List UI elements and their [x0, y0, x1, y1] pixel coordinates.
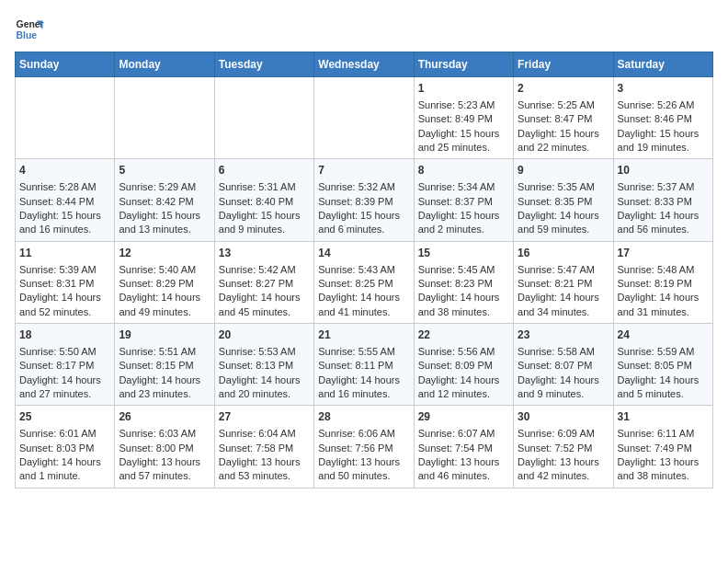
cell-text: Daylight: 15 hours: [418, 127, 509, 141]
cell-text: and 49 minutes.: [119, 305, 210, 319]
cell-text: Daylight: 14 hours: [518, 373, 609, 387]
cell-text: Sunset: 8:23 PM: [418, 277, 509, 291]
cell-text: Daylight: 15 hours: [119, 209, 210, 223]
week-row-2: 4Sunrise: 5:28 AMSunset: 8:44 PMDaylight…: [16, 159, 713, 241]
calendar-cell: 6Sunrise: 5:31 AMSunset: 8:40 PMDaylight…: [214, 159, 313, 241]
cell-text: Daylight: 15 hours: [19, 209, 110, 223]
cell-text: Sunrise: 6:06 AM: [318, 427, 409, 441]
day-number: 8: [418, 163, 509, 178]
day-number: 27: [219, 409, 310, 425]
cell-text: Sunrise: 6:07 AM: [418, 427, 509, 441]
cell-text: Sunset: 8:27 PM: [219, 277, 310, 291]
cell-text: and 57 minutes.: [119, 469, 210, 483]
cell-text: Daylight: 14 hours: [418, 373, 509, 387]
cell-text: Sunrise: 5:29 AM: [119, 180, 210, 194]
cell-text: Sunrise: 5:58 AM: [518, 345, 609, 359]
cell-text: Sunrise: 6:04 AM: [219, 427, 310, 441]
cell-text: Sunset: 8:17 PM: [19, 359, 110, 373]
cell-text: Daylight: 15 hours: [518, 127, 609, 141]
day-number: 19: [119, 327, 210, 343]
cell-text: Daylight: 14 hours: [19, 455, 110, 469]
calendar-cell: 14Sunrise: 5:43 AMSunset: 8:25 PMDayligh…: [314, 241, 414, 323]
day-number: 11: [19, 246, 110, 261]
cell-text: Daylight: 14 hours: [618, 373, 709, 387]
cell-text: and 59 minutes.: [518, 223, 609, 236]
cell-text: and 13 minutes.: [119, 223, 210, 236]
cell-text: Sunset: 7:49 PM: [618, 442, 709, 455]
cell-text: Sunrise: 5:51 AM: [119, 345, 210, 359]
calendar-cell: 25Sunrise: 6:01 AMSunset: 8:03 PMDayligh…: [16, 406, 115, 488]
cell-text: and 46 minutes.: [418, 469, 509, 483]
cell-text: Sunrise: 5:40 AM: [119, 263, 210, 277]
day-number: 17: [618, 246, 709, 261]
cell-text: and 22 minutes.: [518, 141, 609, 155]
cell-text: Daylight: 14 hours: [618, 291, 709, 304]
calendar-cell: 1Sunrise: 5:23 AMSunset: 8:49 PMDaylight…: [414, 77, 513, 159]
cell-text: Sunset: 8:19 PM: [618, 277, 709, 291]
cell-text: Sunrise: 5:47 AM: [518, 263, 609, 277]
calendar-cell: 28Sunrise: 6:06 AMSunset: 7:56 PMDayligh…: [314, 406, 414, 488]
cell-text: Sunset: 8:07 PM: [518, 359, 609, 373]
cell-text: Sunrise: 5:37 AM: [618, 180, 709, 194]
cell-text: Sunset: 7:56 PM: [318, 442, 409, 455]
calendar-header-row: SundayMondayTuesdayWednesdayThursdayFrid…: [16, 52, 713, 77]
cell-text: Sunrise: 6:01 AM: [19, 427, 110, 441]
cell-text: Sunset: 8:29 PM: [119, 277, 210, 291]
cell-text: Sunrise: 5:59 AM: [618, 345, 709, 359]
cell-text: Daylight: 14 hours: [219, 373, 310, 387]
cell-text: Daylight: 13 hours: [119, 455, 210, 469]
cell-text: Daylight: 15 hours: [418, 209, 509, 223]
cell-text: and 16 minutes.: [318, 387, 409, 401]
cell-text: Sunset: 8:44 PM: [19, 195, 110, 209]
calendar-cell: 26Sunrise: 6:03 AMSunset: 8:00 PMDayligh…: [115, 406, 214, 488]
cell-text: and 25 minutes.: [418, 141, 509, 155]
cell-text: Sunset: 8:03 PM: [19, 442, 110, 455]
cell-text: Sunrise: 5:23 AM: [418, 98, 509, 112]
cell-text: Sunrise: 5:56 AM: [418, 345, 509, 359]
cell-text: Daylight: 13 hours: [518, 455, 609, 469]
calendar-cell: [214, 77, 313, 159]
calendar-cell: 19Sunrise: 5:51 AMSunset: 8:15 PMDayligh…: [115, 324, 214, 406]
column-header-tuesday: Tuesday: [214, 52, 313, 77]
cell-text: and 2 minutes.: [418, 223, 509, 236]
cell-text: Sunset: 8:09 PM: [418, 359, 509, 373]
column-header-sunday: Sunday: [16, 52, 115, 77]
cell-text: Sunrise: 5:35 AM: [518, 180, 609, 194]
week-row-3: 11Sunrise: 5:39 AMSunset: 8:31 PMDayligh…: [16, 241, 713, 323]
cell-text: and 53 minutes.: [219, 469, 310, 483]
day-number: 1: [418, 81, 509, 97]
cell-text: Sunrise: 5:31 AM: [219, 180, 310, 194]
cell-text: and 9 minutes.: [219, 223, 310, 236]
day-number: 16: [518, 246, 609, 261]
cell-text: Daylight: 15 hours: [618, 127, 709, 141]
cell-text: Daylight: 14 hours: [318, 291, 409, 304]
calendar-cell: 16Sunrise: 5:47 AMSunset: 8:21 PMDayligh…: [514, 241, 613, 323]
cell-text: and 50 minutes.: [318, 469, 409, 483]
page-header: General Blue: [15, 15, 713, 44]
cell-text: Daylight: 13 hours: [219, 455, 310, 469]
calendar-cell: 24Sunrise: 5:59 AMSunset: 8:05 PMDayligh…: [613, 324, 712, 406]
day-number: 21: [318, 327, 409, 343]
cell-text: and 1 minute.: [19, 469, 110, 483]
column-header-saturday: Saturday: [613, 52, 712, 77]
day-number: 23: [518, 327, 609, 343]
calendar-cell: [115, 77, 214, 159]
day-number: 31: [618, 409, 709, 425]
day-number: 24: [618, 327, 709, 343]
cell-text: Sunset: 8:37 PM: [418, 195, 509, 209]
calendar-cell: 8Sunrise: 5:34 AMSunset: 8:37 PMDaylight…: [414, 159, 513, 241]
cell-text: Sunset: 8:49 PM: [418, 112, 509, 126]
calendar-cell: 2Sunrise: 5:25 AMSunset: 8:47 PMDaylight…: [514, 77, 613, 159]
cell-text: Sunrise: 5:55 AM: [318, 345, 409, 359]
cell-text: Sunset: 8:00 PM: [119, 442, 210, 455]
cell-text: Sunset: 8:15 PM: [119, 359, 210, 373]
cell-text: and 34 minutes.: [518, 305, 609, 319]
cell-text: Sunrise: 6:03 AM: [119, 427, 210, 441]
cell-text: and 19 minutes.: [618, 141, 709, 155]
cell-text: Sunrise: 5:25 AM: [518, 98, 609, 112]
calendar-cell: 31Sunrise: 6:11 AMSunset: 7:49 PMDayligh…: [613, 406, 712, 488]
cell-text: Sunrise: 6:09 AM: [518, 427, 609, 441]
cell-text: and 45 minutes.: [219, 305, 310, 319]
day-number: 4: [19, 163, 110, 178]
day-number: 6: [219, 163, 310, 178]
